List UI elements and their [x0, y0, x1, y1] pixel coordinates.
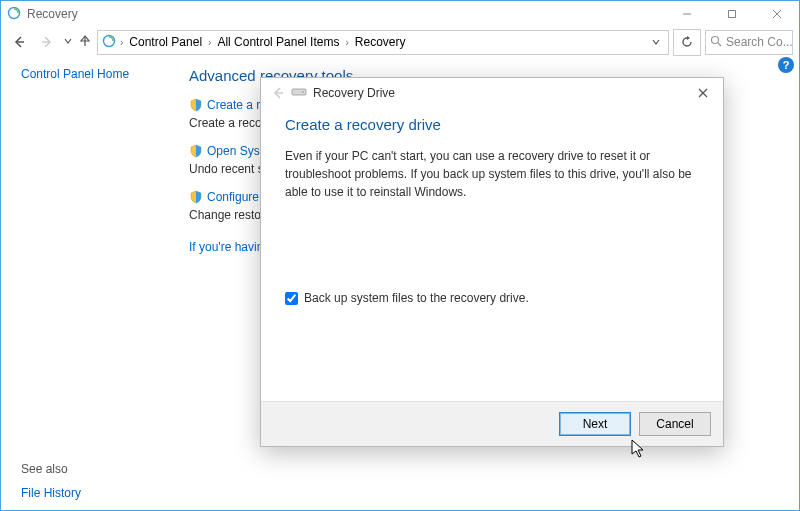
breadcrumb[interactable]: Control Panel — [127, 35, 204, 49]
dialog-heading: Create a recovery drive — [285, 116, 699, 133]
search-icon — [710, 35, 722, 50]
forward-button[interactable] — [35, 30, 59, 54]
shield-icon — [189, 190, 203, 204]
see-also-label: See also — [21, 462, 163, 476]
search-input[interactable]: Search Co... — [705, 30, 793, 55]
drive-icon — [291, 86, 307, 101]
title-bar: Recovery — [1, 1, 799, 27]
chevron-right-icon: › — [118, 37, 125, 48]
maximize-button[interactable] — [709, 1, 754, 27]
window-frame: Recovery — [0, 0, 800, 511]
dialog-close-button[interactable] — [689, 82, 717, 104]
next-button[interactable]: Next — [559, 412, 631, 436]
svg-line-10 — [718, 43, 721, 46]
address-icon — [102, 34, 116, 51]
left-pane: Control Panel Home See also File History — [1, 57, 169, 510]
backup-checkbox-label: Back up system files to the recovery dri… — [304, 291, 529, 305]
backup-checkbox-row[interactable]: Back up system files to the recovery dri… — [285, 291, 699, 305]
shield-icon — [189, 98, 203, 112]
next-button-label: Next — [583, 417, 608, 431]
chevron-right-icon: › — [206, 37, 213, 48]
breadcrumb[interactable]: Recovery — [353, 35, 408, 49]
up-button[interactable] — [77, 33, 93, 52]
svg-rect-13 — [302, 91, 304, 92]
control-panel-home-link[interactable]: Control Panel Home — [21, 67, 163, 81]
recovery-drive-dialog: Recovery Drive Create a recovery drive E… — [260, 77, 724, 447]
refresh-button[interactable] — [673, 29, 701, 56]
window-controls — [664, 1, 799, 27]
cancel-button-label: Cancel — [656, 417, 693, 431]
nav-bar: › Control Panel › All Control Panel Item… — [1, 27, 799, 57]
dialog-title: Recovery Drive — [313, 86, 395, 100]
svg-rect-2 — [728, 11, 735, 18]
dialog-body: Create a recovery drive Even if your PC … — [261, 108, 723, 401]
dialog-back-button[interactable] — [267, 82, 289, 104]
search-placeholder: Search Co... — [726, 35, 793, 49]
title-left: Recovery — [7, 6, 78, 23]
backup-checkbox[interactable] — [285, 292, 298, 305]
window-title: Recovery — [27, 7, 78, 21]
file-history-link[interactable]: File History — [21, 486, 163, 500]
app-icon — [7, 6, 21, 23]
address-dropdown[interactable] — [648, 37, 664, 48]
address-bar[interactable]: › Control Panel › All Control Panel Item… — [97, 30, 669, 55]
close-window-button[interactable] — [754, 1, 799, 27]
svg-point-9 — [712, 36, 719, 43]
chevron-right-icon: › — [343, 37, 350, 48]
see-also: See also File History — [21, 462, 163, 500]
breadcrumb[interactable]: All Control Panel Items — [215, 35, 341, 49]
dialog-footer: Next Cancel — [261, 401, 723, 446]
shield-icon — [189, 144, 203, 158]
cancel-button[interactable]: Cancel — [639, 412, 711, 436]
back-button[interactable] — [7, 30, 31, 54]
recent-dropdown[interactable] — [63, 35, 73, 49]
dialog-text: Even if your PC can't start, you can use… — [285, 147, 695, 201]
minimize-button[interactable] — [664, 1, 709, 27]
dialog-header: Recovery Drive — [261, 78, 723, 108]
